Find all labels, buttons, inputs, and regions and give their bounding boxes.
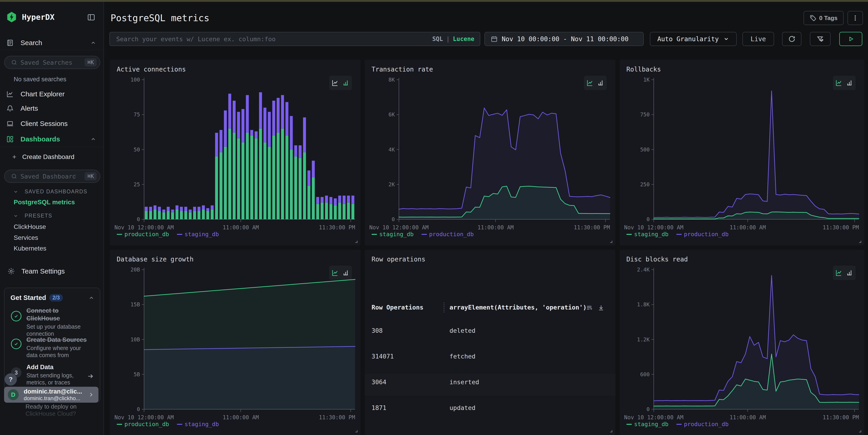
sql-mode-toggle[interactable]: SQL — [432, 36, 443, 42]
event-search-input[interactable] — [110, 36, 432, 42]
bar-production_db — [303, 153, 306, 219]
resize-handle[interactable] — [858, 429, 862, 433]
sidebar-preset-kubernetes[interactable]: Kubernetes — [14, 245, 46, 252]
group-presets[interactable]: PRESETS — [13, 213, 52, 219]
y-axis-label: 75 — [133, 111, 140, 118]
bar-staging_db — [162, 209, 165, 212]
resize-handle[interactable] — [354, 429, 358, 433]
sidebar-preset-services[interactable]: Services — [14, 234, 38, 241]
sidebar-item-team-settings[interactable]: Team Settings — [0, 265, 104, 278]
bar-staging_db — [189, 209, 192, 212]
table-header-row-operations[interactable]: Row Operations — [372, 304, 424, 311]
avatar: D — [8, 389, 19, 400]
legend-production_db[interactable]: production_db — [676, 421, 729, 428]
legend-staging_db[interactable]: staging_db — [177, 421, 219, 428]
chevron-up-icon — [90, 136, 96, 142]
run-query-button[interactable] — [839, 32, 862, 46]
create-dashboard-button[interactable]: + Create Dashboard — [0, 151, 104, 163]
more-options-button[interactable] — [847, 11, 863, 25]
get-started-title: Get Started — [10, 294, 46, 302]
legend-dash — [117, 424, 122, 425]
granularity-value: Auto Granularity — [657, 35, 719, 43]
sidebar: HyperDX Search ⌘K No saved searches — [0, 2, 104, 435]
bar-production_db — [176, 209, 179, 219]
sidebar-item-alerts[interactable]: Alerts — [0, 102, 104, 115]
bar-production_db — [206, 211, 209, 219]
sidebar-section-search[interactable]: Search — [0, 36, 104, 49]
bar-staging_db — [264, 108, 267, 142]
refresh-button[interactable] — [782, 32, 801, 46]
bar-production_db — [189, 212, 192, 219]
date-range-picker[interactable]: Nov 10 00:00:00 - Nov 11 00:00:00 — [485, 32, 644, 46]
bar-production_db — [347, 202, 350, 219]
sidebar-collapse-icon[interactable] — [87, 13, 95, 22]
user-menu[interactable]: D dominic.tran@clic... dominic.tran@clic… — [4, 387, 98, 403]
sidebar-preset-clickhouse[interactable]: ClickHouse — [14, 223, 46, 231]
cell-count: 314071 — [372, 353, 394, 360]
filter-edit-icon — [817, 35, 824, 42]
column-settings-icon[interactable] — [586, 304, 593, 311]
legend-production_db[interactable]: production_db — [676, 231, 729, 238]
saved-searches-search[interactable]: ⌘K — [4, 56, 100, 69]
help-button[interactable]: ? — [5, 373, 17, 386]
event-search-box[interactable]: SQL | Lucene — [110, 32, 480, 46]
legend-staging_db[interactable]: staging_db — [177, 231, 219, 238]
get-started-item-desc: Start sending logs, metrics, or traces — [26, 372, 90, 386]
bar-staging_db — [180, 207, 183, 211]
divider — [0, 49, 103, 50]
x-axis-label: 11:00:00 AM — [223, 414, 259, 421]
bar-staging_db — [176, 205, 179, 209]
table-header-operation-expr[interactable]: arrayElement(Attributes, 'operation') — [450, 304, 587, 311]
filter-button[interactable] — [810, 32, 831, 46]
group-saved-dashboards[interactable]: SAVED DASHBOARDS — [13, 189, 88, 195]
saved-dashboards-input[interactable] — [21, 173, 75, 180]
granularity-select[interactable]: Auto Granularity — [650, 32, 737, 46]
bar-staging_db — [237, 112, 240, 138]
live-button[interactable]: Live — [742, 32, 774, 46]
bar-production_db — [211, 209, 214, 219]
y-axis-label: 6K — [389, 111, 395, 118]
legend-staging_db[interactable]: staging_db — [626, 231, 669, 238]
lucene-mode-toggle[interactable]: Lucene — [453, 36, 474, 42]
resize-handle[interactable] — [858, 239, 862, 243]
date-range-value: Nov 10 00:00:00 - Nov 11 00:00:00 — [502, 35, 628, 43]
sidebar-item-label: Chart Explorer — [21, 90, 64, 98]
sidebar-dashboard-postgresql-metrics[interactable]: PostgreSQL metrics — [14, 199, 75, 206]
bar-production_db — [233, 133, 236, 219]
get-started-item-add-data[interactable]: Add Data Start sending logs, metrics, or… — [26, 363, 90, 386]
sidebar-item-chart-explorer[interactable]: Chart Explorer — [0, 88, 104, 100]
resize-handle[interactable] — [354, 239, 358, 243]
bar-production_db — [250, 135, 253, 219]
search-journal-icon — [6, 39, 14, 46]
bar-staging_db — [250, 130, 253, 136]
legend-staging_db[interactable]: staging_db — [626, 421, 669, 428]
bar-production_db — [259, 129, 262, 219]
chart-legend: staging_dbproduction_db — [626, 421, 728, 428]
sidebar-item-dashboards[interactable]: Dashboards — [0, 133, 104, 145]
tags-button[interactable]: 0 Tags — [804, 11, 844, 25]
bar-staging_db — [351, 196, 354, 204]
download-icon[interactable] — [598, 304, 604, 311]
resize-handle[interactable] — [609, 239, 613, 243]
y-axis-label: 2.4K — [637, 267, 650, 273]
chart-plot: 2.4K1.8K1.2K6000Nov 10 12:00:00 AM11:00:… — [620, 249, 864, 423]
x-axis-label: 11:30:00 PM — [823, 224, 859, 231]
sidebar-item-client-sessions[interactable]: Client Sessions — [0, 117, 104, 130]
legend-staging_db[interactable]: staging_db — [372, 231, 414, 238]
y-axis-label: 750 — [640, 111, 650, 118]
get-started-item-sources[interactable]: Create Data Sources Configure where your… — [26, 336, 90, 359]
resize-handle[interactable] — [609, 429, 613, 433]
bar-staging_db — [330, 197, 332, 204]
bar-staging_db — [197, 207, 200, 211]
legend-production_db[interactable]: production_db — [422, 231, 474, 238]
bar-production_db — [334, 205, 337, 219]
get-started-item-connect[interactable]: Connect to ClickHouse Set up your databa… — [26, 307, 90, 337]
legend-production_db[interactable]: production_db — [117, 421, 169, 428]
bar-staging_db — [184, 207, 187, 211]
saved-dashboards-search[interactable]: ⌘K — [4, 170, 100, 183]
legend-production_db[interactable]: production_db — [117, 231, 169, 238]
bar-staging_db — [285, 102, 288, 135]
saved-searches-input[interactable] — [21, 59, 75, 66]
sidebar-item-label: Client Sessions — [21, 120, 68, 128]
chevron-up-icon[interactable] — [88, 295, 94, 301]
